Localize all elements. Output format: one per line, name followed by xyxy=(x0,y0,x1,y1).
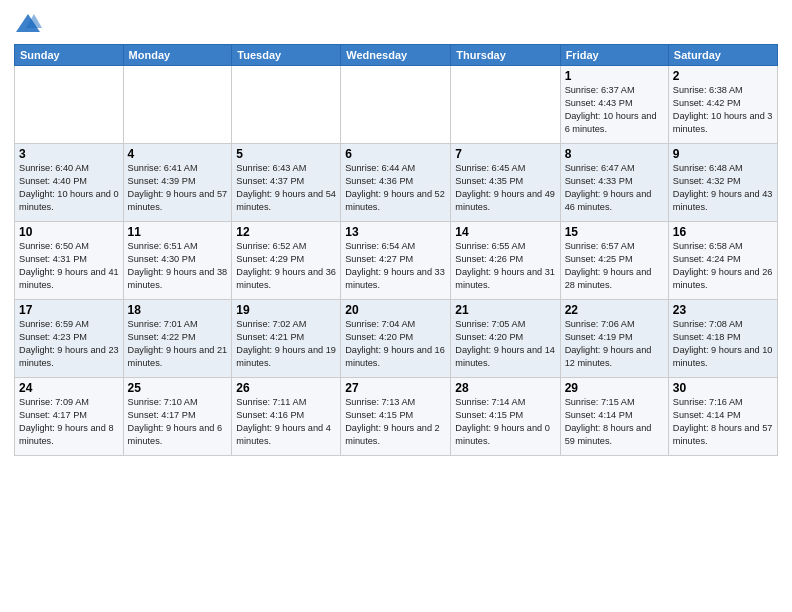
week-row-2: 3Sunrise: 6:40 AM Sunset: 4:40 PM Daylig… xyxy=(15,144,778,222)
day-number: 1 xyxy=(565,69,664,83)
header-cell-saturday: Saturday xyxy=(668,45,777,66)
day-info: Sunrise: 6:41 AM Sunset: 4:39 PM Dayligh… xyxy=(128,162,228,214)
day-cell xyxy=(451,66,560,144)
day-cell: 29Sunrise: 7:15 AM Sunset: 4:14 PM Dayli… xyxy=(560,378,668,456)
day-info: Sunrise: 6:54 AM Sunset: 4:27 PM Dayligh… xyxy=(345,240,446,292)
day-cell: 11Sunrise: 6:51 AM Sunset: 4:30 PM Dayli… xyxy=(123,222,232,300)
day-info: Sunrise: 6:55 AM Sunset: 4:26 PM Dayligh… xyxy=(455,240,555,292)
day-info: Sunrise: 6:52 AM Sunset: 4:29 PM Dayligh… xyxy=(236,240,336,292)
day-cell: 26Sunrise: 7:11 AM Sunset: 4:16 PM Dayli… xyxy=(232,378,341,456)
week-row-4: 17Sunrise: 6:59 AM Sunset: 4:23 PM Dayli… xyxy=(15,300,778,378)
day-number: 20 xyxy=(345,303,446,317)
day-number: 28 xyxy=(455,381,555,395)
day-info: Sunrise: 7:13 AM Sunset: 4:15 PM Dayligh… xyxy=(345,396,446,448)
day-cell: 13Sunrise: 6:54 AM Sunset: 4:27 PM Dayli… xyxy=(341,222,451,300)
day-number: 21 xyxy=(455,303,555,317)
day-number: 4 xyxy=(128,147,228,161)
day-cell: 18Sunrise: 7:01 AM Sunset: 4:22 PM Dayli… xyxy=(123,300,232,378)
day-number: 10 xyxy=(19,225,119,239)
day-info: Sunrise: 6:45 AM Sunset: 4:35 PM Dayligh… xyxy=(455,162,555,214)
day-info: Sunrise: 6:57 AM Sunset: 4:25 PM Dayligh… xyxy=(565,240,664,292)
day-info: Sunrise: 7:10 AM Sunset: 4:17 PM Dayligh… xyxy=(128,396,228,448)
day-cell: 7Sunrise: 6:45 AM Sunset: 4:35 PM Daylig… xyxy=(451,144,560,222)
day-cell: 2Sunrise: 6:38 AM Sunset: 4:42 PM Daylig… xyxy=(668,66,777,144)
logo-icon xyxy=(14,10,42,38)
day-cell: 4Sunrise: 6:41 AM Sunset: 4:39 PM Daylig… xyxy=(123,144,232,222)
header-cell-monday: Monday xyxy=(123,45,232,66)
header-cell-wednesday: Wednesday xyxy=(341,45,451,66)
day-number: 26 xyxy=(236,381,336,395)
day-cell: 6Sunrise: 6:44 AM Sunset: 4:36 PM Daylig… xyxy=(341,144,451,222)
day-number: 22 xyxy=(565,303,664,317)
day-number: 29 xyxy=(565,381,664,395)
header-cell-thursday: Thursday xyxy=(451,45,560,66)
day-number: 9 xyxy=(673,147,773,161)
day-info: Sunrise: 6:40 AM Sunset: 4:40 PM Dayligh… xyxy=(19,162,119,214)
day-cell: 19Sunrise: 7:02 AM Sunset: 4:21 PM Dayli… xyxy=(232,300,341,378)
day-info: Sunrise: 6:47 AM Sunset: 4:33 PM Dayligh… xyxy=(565,162,664,214)
day-number: 12 xyxy=(236,225,336,239)
header xyxy=(14,10,778,38)
day-cell: 21Sunrise: 7:05 AM Sunset: 4:20 PM Dayli… xyxy=(451,300,560,378)
day-cell: 9Sunrise: 6:48 AM Sunset: 4:32 PM Daylig… xyxy=(668,144,777,222)
day-cell: 8Sunrise: 6:47 AM Sunset: 4:33 PM Daylig… xyxy=(560,144,668,222)
day-cell: 1Sunrise: 6:37 AM Sunset: 4:43 PM Daylig… xyxy=(560,66,668,144)
day-cell: 14Sunrise: 6:55 AM Sunset: 4:26 PM Dayli… xyxy=(451,222,560,300)
day-info: Sunrise: 6:44 AM Sunset: 4:36 PM Dayligh… xyxy=(345,162,446,214)
day-info: Sunrise: 6:48 AM Sunset: 4:32 PM Dayligh… xyxy=(673,162,773,214)
page: SundayMondayTuesdayWednesdayThursdayFrid… xyxy=(0,0,792,612)
week-row-5: 24Sunrise: 7:09 AM Sunset: 4:17 PM Dayli… xyxy=(15,378,778,456)
day-cell: 27Sunrise: 7:13 AM Sunset: 4:15 PM Dayli… xyxy=(341,378,451,456)
day-number: 11 xyxy=(128,225,228,239)
week-row-3: 10Sunrise: 6:50 AM Sunset: 4:31 PM Dayli… xyxy=(15,222,778,300)
day-cell xyxy=(232,66,341,144)
day-number: 14 xyxy=(455,225,555,239)
day-number: 23 xyxy=(673,303,773,317)
day-info: Sunrise: 6:59 AM Sunset: 4:23 PM Dayligh… xyxy=(19,318,119,370)
day-info: Sunrise: 6:43 AM Sunset: 4:37 PM Dayligh… xyxy=(236,162,336,214)
day-cell: 22Sunrise: 7:06 AM Sunset: 4:19 PM Dayli… xyxy=(560,300,668,378)
day-info: Sunrise: 7:14 AM Sunset: 4:15 PM Dayligh… xyxy=(455,396,555,448)
day-cell xyxy=(341,66,451,144)
day-cell xyxy=(123,66,232,144)
header-cell-friday: Friday xyxy=(560,45,668,66)
day-cell: 17Sunrise: 6:59 AM Sunset: 4:23 PM Dayli… xyxy=(15,300,124,378)
day-info: Sunrise: 7:11 AM Sunset: 4:16 PM Dayligh… xyxy=(236,396,336,448)
calendar-body: 1Sunrise: 6:37 AM Sunset: 4:43 PM Daylig… xyxy=(15,66,778,456)
day-cell: 24Sunrise: 7:09 AM Sunset: 4:17 PM Dayli… xyxy=(15,378,124,456)
day-cell: 20Sunrise: 7:04 AM Sunset: 4:20 PM Dayli… xyxy=(341,300,451,378)
header-row: SundayMondayTuesdayWednesdayThursdayFrid… xyxy=(15,45,778,66)
day-info: Sunrise: 7:16 AM Sunset: 4:14 PM Dayligh… xyxy=(673,396,773,448)
day-info: Sunrise: 7:15 AM Sunset: 4:14 PM Dayligh… xyxy=(565,396,664,448)
day-cell: 30Sunrise: 7:16 AM Sunset: 4:14 PM Dayli… xyxy=(668,378,777,456)
day-info: Sunrise: 7:06 AM Sunset: 4:19 PM Dayligh… xyxy=(565,318,664,370)
header-cell-tuesday: Tuesday xyxy=(232,45,341,66)
day-info: Sunrise: 6:50 AM Sunset: 4:31 PM Dayligh… xyxy=(19,240,119,292)
day-cell: 28Sunrise: 7:14 AM Sunset: 4:15 PM Dayli… xyxy=(451,378,560,456)
day-cell: 12Sunrise: 6:52 AM Sunset: 4:29 PM Dayli… xyxy=(232,222,341,300)
day-info: Sunrise: 6:58 AM Sunset: 4:24 PM Dayligh… xyxy=(673,240,773,292)
day-info: Sunrise: 7:08 AM Sunset: 4:18 PM Dayligh… xyxy=(673,318,773,370)
calendar: SundayMondayTuesdayWednesdayThursdayFrid… xyxy=(14,44,778,456)
day-info: Sunrise: 7:09 AM Sunset: 4:17 PM Dayligh… xyxy=(19,396,119,448)
day-cell: 25Sunrise: 7:10 AM Sunset: 4:17 PM Dayli… xyxy=(123,378,232,456)
day-number: 13 xyxy=(345,225,446,239)
day-number: 27 xyxy=(345,381,446,395)
day-number: 5 xyxy=(236,147,336,161)
day-cell: 16Sunrise: 6:58 AM Sunset: 4:24 PM Dayli… xyxy=(668,222,777,300)
day-number: 25 xyxy=(128,381,228,395)
day-number: 30 xyxy=(673,381,773,395)
day-info: Sunrise: 6:37 AM Sunset: 4:43 PM Dayligh… xyxy=(565,84,664,136)
day-number: 7 xyxy=(455,147,555,161)
header-cell-sunday: Sunday xyxy=(15,45,124,66)
day-number: 19 xyxy=(236,303,336,317)
day-info: Sunrise: 7:02 AM Sunset: 4:21 PM Dayligh… xyxy=(236,318,336,370)
day-info: Sunrise: 7:04 AM Sunset: 4:20 PM Dayligh… xyxy=(345,318,446,370)
day-cell xyxy=(15,66,124,144)
day-cell: 23Sunrise: 7:08 AM Sunset: 4:18 PM Dayli… xyxy=(668,300,777,378)
day-info: Sunrise: 6:38 AM Sunset: 4:42 PM Dayligh… xyxy=(673,84,773,136)
day-info: Sunrise: 6:51 AM Sunset: 4:30 PM Dayligh… xyxy=(128,240,228,292)
day-cell: 10Sunrise: 6:50 AM Sunset: 4:31 PM Dayli… xyxy=(15,222,124,300)
day-cell: 15Sunrise: 6:57 AM Sunset: 4:25 PM Dayli… xyxy=(560,222,668,300)
day-number: 8 xyxy=(565,147,664,161)
